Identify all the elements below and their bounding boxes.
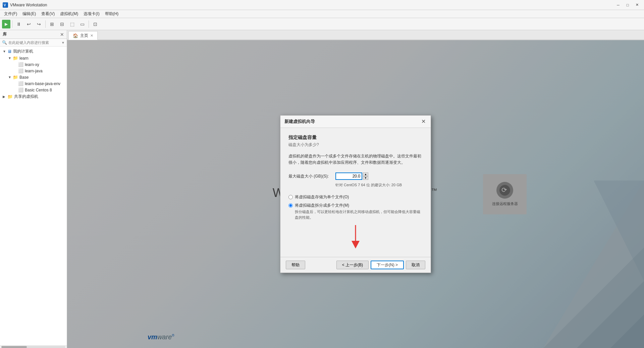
app-icon: V xyxy=(3,2,8,8)
tab-home[interactable]: 🏠 主页 ✕ xyxy=(68,31,98,40)
toolbar-btn-2[interactable]: ↩ xyxy=(24,19,34,29)
tree-label-basic-centos: Basic Centos 8 xyxy=(25,88,52,92)
sidebar-item-learn-xy[interactable]: ⬜ learn-xy xyxy=(0,61,67,68)
search-dropdown-icon[interactable]: ▼ xyxy=(61,41,65,45)
toolbar-separator-3 xyxy=(89,20,89,28)
menu-vm[interactable]: 虚拟机(M) xyxy=(57,10,81,17)
tab-home-label: 主页 xyxy=(80,33,88,39)
cancel-button[interactable]: 取消 xyxy=(406,261,425,269)
play-button[interactable]: ▶ xyxy=(2,20,10,28)
content-area: 🏠 主页 ✕ WORKSTATION 14 PRO™ xyxy=(67,30,644,348)
sidebar-item-base[interactable]: ▼ 📁 Base xyxy=(0,74,67,80)
spinner-down-button[interactable]: ▼ xyxy=(363,176,368,180)
radio-single-file-input[interactable] xyxy=(288,195,293,199)
dialog-subdesc: 磁盘大小为多少? xyxy=(288,142,423,148)
sidebar-header: 库 ✕ xyxy=(0,30,67,39)
next-button[interactable]: 下一步(N) > xyxy=(371,261,404,269)
dialog-description: 虚拟机的硬盘作为一个或多个文件存储在主机的物理磁盘中。这些文件最初很小，随着您向… xyxy=(288,153,423,166)
sidebar-item-shared-vms[interactable]: ▶ 📁 共享的虚拟机 xyxy=(0,93,67,100)
vm-icon-base-java: ⬜ xyxy=(18,81,23,86)
dialog-footer: 帮助 < 上一步(B) 下一步(N) > 取消 xyxy=(280,257,431,273)
toolbar-separator-2 xyxy=(45,20,46,28)
sidebar-title: 库 xyxy=(3,31,7,37)
tree-label-base-java-env: learn-base-java-env xyxy=(25,81,60,86)
svg-marker-10 xyxy=(352,241,360,249)
vm-icon-learn-java: ⬜ xyxy=(18,68,23,73)
menu-file[interactable]: 文件(F) xyxy=(1,10,20,17)
toolbar-btn-7[interactable]: ▭ xyxy=(77,19,87,29)
title-bar: V VMware Workstation ─ □ ✕ xyxy=(0,0,644,10)
toolbar-btn-5[interactable]: ⊟ xyxy=(57,19,67,29)
help-button[interactable]: 帮助 xyxy=(286,261,305,269)
home-content: WORKSTATION 14 PRO™ ⟳ 连接远程服务器 vmware® xyxy=(67,40,644,348)
toolbar-btn-4[interactable]: ⊞ xyxy=(47,19,57,29)
sidebar-item-learn-java[interactable]: ⬜ learn-java xyxy=(0,68,67,74)
dialog-title-bar: 新建虚拟机向导 ✕ xyxy=(280,116,431,128)
sidebar-item-my-computer[interactable]: ▼ 🖥 我的计算机 xyxy=(0,48,67,55)
radio-single-file-label[interactable]: 将虚拟磁盘存储为单个文件(O) xyxy=(295,194,349,200)
menu-view[interactable]: 查看(V) xyxy=(39,10,57,17)
search-input[interactable] xyxy=(8,41,61,45)
tree-label-base: Base xyxy=(19,75,29,80)
h-scrollbar-track[interactable] xyxy=(1,346,65,348)
sidebar-scrollbar[interactable] xyxy=(0,345,67,348)
folder-icon-shared: 📁 xyxy=(7,94,13,99)
title-bar-controls: ─ □ ✕ xyxy=(614,2,641,8)
radio-single-file-content: 将虚拟磁盘存储为单个文件(O) xyxy=(295,194,349,200)
radio-single-file[interactable]: 将虚拟磁盘存储为单个文件(O) xyxy=(288,194,423,200)
folder-icon-learn: 📁 xyxy=(13,56,18,61)
radio-multi-file-input[interactable] xyxy=(288,203,293,208)
dialog-close-button[interactable]: ✕ xyxy=(420,118,427,125)
play-icon: ▶ xyxy=(5,22,8,26)
tree-label-learn: learn xyxy=(19,56,29,61)
spinner-buttons: ▲ ▼ xyxy=(363,172,368,180)
toolbar-btn-1[interactable]: ⏸ xyxy=(14,19,23,29)
menu-help[interactable]: 帮助(H) xyxy=(102,10,121,17)
disk-size-form-row: 最大磁盘大小 (GB)(S): ▲ ▼ xyxy=(288,172,423,180)
tree-label-my-computer: 我的计算机 xyxy=(13,49,33,54)
sidebar-search[interactable]: 🔍 ▼ xyxy=(0,39,67,47)
pc-icon: 🖥 xyxy=(7,49,12,54)
sidebar-close-button[interactable]: ✕ xyxy=(60,32,64,37)
vm-icon-learn-xy: ⬜ xyxy=(18,62,23,67)
toolbar-btn-3[interactable]: ↪ xyxy=(34,19,44,29)
toolbar-btn-8[interactable]: ⊡ xyxy=(91,19,100,29)
folder-icon-base: 📁 xyxy=(13,75,18,80)
back-button[interactable]: < 上一步(B) xyxy=(336,261,369,269)
tree-label-shared: 共享的虚拟机 xyxy=(14,94,38,99)
arrow-annotation-area xyxy=(288,223,423,250)
tab-bar: 🏠 主页 ✕ xyxy=(67,30,644,40)
tree-expand-arrow-shared: ▶ xyxy=(3,95,7,98)
svg-text:V: V xyxy=(4,3,6,7)
disk-size-input-wrap: ▲ ▼ xyxy=(335,172,368,180)
toolbar-separator-1 xyxy=(12,20,12,28)
dialog-body: 指定磁盘容量 磁盘大小为多少? 虚拟机的硬盘作为一个或多个文件存储在主机的物理磁… xyxy=(280,128,431,257)
radio-group: 将虚拟磁盘存储为单个文件(O) 将虚拟磁盘拆分成多个文件(M) 拆分磁盘后，可以… xyxy=(288,194,423,220)
sidebar-item-learn[interactable]: ▼ 📁 learn xyxy=(0,55,67,61)
sidebar-item-basic-centos[interactable]: ⬜ Basic Centos 8 xyxy=(0,87,67,93)
menu-tab[interactable]: 选项卡(I) xyxy=(81,10,102,17)
radio-multi-file[interactable]: 将虚拟磁盘拆分成多个文件(M) 拆分磁盘后，可以更轻松地在计算机之间移动虚拟机，… xyxy=(288,203,423,220)
close-button[interactable]: ✕ xyxy=(633,2,641,8)
spinner-up-button[interactable]: ▲ xyxy=(363,172,368,176)
disk-size-input[interactable] xyxy=(335,172,362,180)
disk-size-label: 最大磁盘大小 (GB)(S): xyxy=(288,173,335,179)
vm-icon-centos: ⬜ xyxy=(18,87,23,92)
toolbar-btn-6[interactable]: ⬚ xyxy=(67,19,77,29)
h-scrollbar-thumb[interactable] xyxy=(1,346,27,348)
tab-close-button[interactable]: ✕ xyxy=(90,33,93,38)
recommend-text: 针对 CentOS 7 64 位 的建议大小: 20 GB xyxy=(335,183,423,188)
dialog-title: 新建虚拟机向导 xyxy=(284,119,315,125)
sidebar-item-base-java-env[interactable]: ⬜ learn-base-java-env xyxy=(0,80,67,87)
tree-expand-arrow: ▼ xyxy=(3,50,7,53)
minimize-button[interactable]: ─ xyxy=(614,2,623,8)
sidebar: 库 ✕ 🔍 ▼ ▼ 🖥 我的计算机 ▼ 📁 learn ⬜ xyxy=(0,30,67,348)
dialog-subtitle: 指定磁盘容量 xyxy=(288,135,423,141)
radio-multi-file-label[interactable]: 将虚拟磁盘拆分成多个文件(M) xyxy=(295,203,423,208)
tree-label-learn-xy: learn-xy xyxy=(25,62,39,67)
maximize-button[interactable]: □ xyxy=(623,2,632,8)
radio-multi-file-content: 将虚拟磁盘拆分成多个文件(M) 拆分磁盘后，可以更轻松地在计算机之间移动虚拟机，… xyxy=(295,203,423,220)
red-arrow-svg xyxy=(342,223,369,250)
tree-expand-arrow-base: ▼ xyxy=(8,75,13,79)
menu-edit[interactable]: 编辑(E) xyxy=(20,10,39,17)
